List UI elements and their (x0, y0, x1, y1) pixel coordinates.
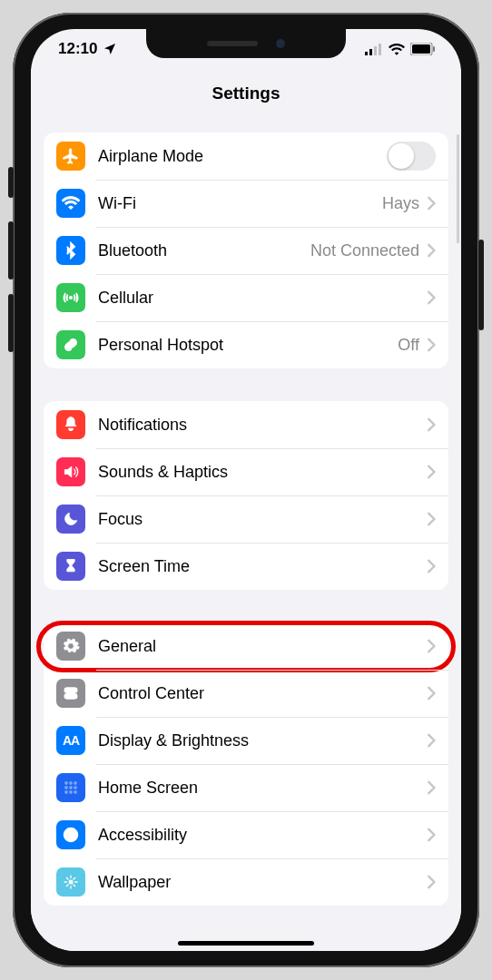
row-label: Control Center (98, 684, 419, 703)
clock: 12:10 (58, 40, 97, 58)
mute-switch[interactable] (8, 167, 14, 198)
svg-rect-18 (64, 790, 67, 793)
chevron-right-icon (427, 780, 436, 795)
phone-frame: 12:10 Settings (13, 13, 479, 967)
row-general[interactable]: General (44, 622, 448, 670)
row-value: Not Connected (310, 241, 419, 260)
row-label: Screen Time (98, 557, 419, 576)
chevron-right-icon (427, 639, 436, 653)
chevron-right-icon (427, 338, 436, 352)
svg-rect-19 (69, 790, 72, 793)
svg-point-7 (70, 297, 73, 299)
screen: 12:10 Settings (31, 29, 461, 951)
row-label: Airplane Mode (98, 147, 387, 166)
row-label: Accessibility (98, 826, 419, 845)
link-icon (56, 330, 85, 359)
row-bluetooth[interactable]: Bluetooth Not Connected (44, 227, 448, 274)
chevron-right-icon (427, 290, 436, 305)
row-personal-hotspot[interactable]: Personal Hotspot Off (44, 321, 448, 368)
chevron-right-icon (427, 733, 436, 748)
svg-point-22 (70, 830, 73, 833)
svg-rect-17 (74, 786, 76, 789)
wifi-menu-icon (56, 189, 85, 218)
flower-icon (56, 867, 85, 897)
svg-point-9 (66, 689, 69, 691)
grid-icon (56, 773, 85, 802)
chevron-right-icon (427, 512, 436, 526)
row-label: Wallpaper (98, 873, 419, 892)
svg-rect-12 (64, 781, 67, 784)
gear-icon (56, 632, 85, 661)
chevron-right-icon (427, 243, 436, 258)
settings-scrollview[interactable]: Airplane Mode Wi-Fi Hays Bluetooth (31, 118, 461, 951)
row-airplane-mode[interactable]: Airplane Mode (44, 132, 448, 180)
row-focus[interactable]: Focus (44, 495, 448, 543)
row-notifications[interactable]: Notifications (44, 401, 448, 448)
svg-rect-6 (433, 46, 435, 52)
page-title: Settings (31, 69, 461, 118)
chevron-right-icon (427, 875, 436, 889)
switches-icon (56, 679, 85, 708)
aa-icon: AA (56, 726, 85, 755)
row-label: Cellular (98, 289, 419, 308)
chevron-right-icon (427, 417, 436, 432)
scroll-indicator (457, 134, 459, 243)
row-label: General (98, 637, 419, 656)
chevron-right-icon (427, 196, 436, 211)
row-accessibility[interactable]: Accessibility (44, 811, 448, 858)
row-wallpaper[interactable]: Wallpaper (44, 858, 448, 906)
svg-rect-13 (69, 781, 72, 784)
chevron-right-icon (427, 465, 436, 479)
group-notifications: Notifications Sounds & Haptics Focus (44, 401, 448, 590)
svg-point-11 (73, 695, 75, 698)
row-label: Bluetooth (98, 241, 310, 260)
row-cellular[interactable]: Cellular (44, 274, 448, 321)
row-label: Sounds & Haptics (98, 463, 419, 482)
row-label: Personal Hotspot (98, 336, 398, 355)
person-icon (56, 820, 85, 849)
svg-point-23 (69, 880, 73, 884)
home-indicator[interactable] (178, 941, 314, 946)
hourglass-icon (56, 552, 85, 581)
row-label: Notifications (98, 416, 419, 435)
svg-rect-5 (412, 44, 430, 54)
speaker-icon (56, 457, 85, 486)
row-value: Off (398, 336, 419, 355)
chevron-right-icon (427, 828, 436, 842)
volume-down-button[interactable] (8, 294, 14, 352)
wifi-icon (389, 43, 405, 55)
row-sounds-haptics[interactable]: Sounds & Haptics (44, 448, 448, 495)
bell-icon (56, 410, 85, 439)
svg-rect-0 (365, 52, 368, 55)
svg-rect-15 (64, 786, 67, 789)
svg-rect-2 (374, 46, 377, 55)
side-button[interactable] (478, 240, 484, 330)
bluetooth-icon (56, 236, 85, 265)
airplane-icon (56, 142, 85, 171)
volume-up-button[interactable] (8, 221, 14, 279)
svg-rect-1 (369, 49, 372, 55)
svg-rect-3 (379, 44, 381, 55)
group-general: General Control Center AA Display & Brig… (44, 622, 448, 906)
row-control-center[interactable]: Control Center (44, 670, 448, 717)
row-value: Hays (382, 194, 419, 213)
group-connectivity: Airplane Mode Wi-Fi Hays Bluetooth (44, 132, 448, 368)
battery-icon (410, 43, 436, 55)
row-display-brightness[interactable]: AA Display & Brightness (44, 717, 448, 764)
chevron-right-icon (427, 686, 436, 701)
row-label: Home Screen (98, 779, 419, 798)
notch (146, 29, 346, 58)
location-arrow-icon (103, 42, 117, 56)
moon-icon (56, 505, 85, 534)
cell-signal-icon (365, 43, 383, 55)
svg-rect-14 (74, 781, 76, 784)
row-label: Wi-Fi (98, 194, 382, 213)
svg-rect-16 (69, 786, 72, 789)
chevron-right-icon (427, 559, 436, 573)
airplane-toggle[interactable] (387, 142, 436, 171)
row-screen-time[interactable]: Screen Time (44, 543, 448, 590)
row-wifi[interactable]: Wi-Fi Hays (44, 180, 448, 227)
row-label: Display & Brightness (98, 731, 419, 750)
svg-rect-20 (74, 790, 76, 793)
row-home-screen[interactable]: Home Screen (44, 764, 448, 811)
